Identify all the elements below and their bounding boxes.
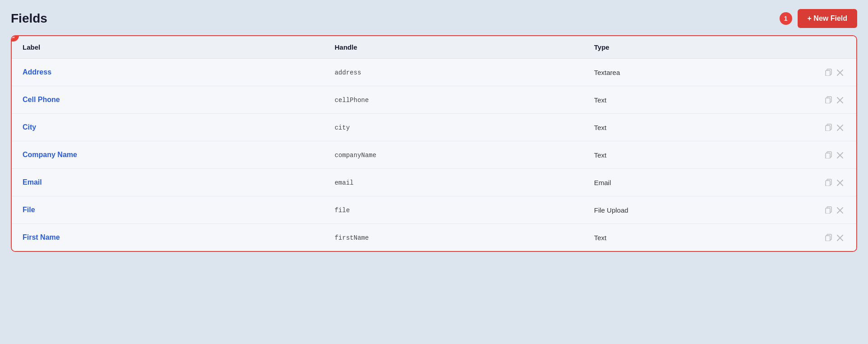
table-row: EmailemailEmail — [12, 169, 856, 196]
field-actions-cell — [812, 169, 856, 196]
copy-field-button[interactable] — [823, 149, 835, 160]
table-row: First NamefirstNameText — [12, 224, 856, 251]
field-actions-cell — [812, 114, 856, 141]
field-handle-cell: firstName — [324, 224, 583, 251]
table-row: FilefileFile Upload — [12, 196, 856, 224]
field-type: Text — [594, 124, 607, 131]
col-header-label: Label — [12, 36, 324, 59]
field-handle-cell: address — [324, 59, 583, 86]
table-row: CitycityText — [12, 114, 856, 141]
field-type-cell: Text — [583, 86, 812, 114]
notification-badge: 1 — [780, 12, 792, 25]
svg-rect-9 — [826, 126, 830, 131]
field-handle: cellPhone — [335, 97, 369, 104]
close-icon — [837, 207, 843, 214]
field-handle: email — [335, 179, 354, 186]
copy-field-button[interactable] — [823, 177, 835, 188]
page-title: Fields — [11, 11, 47, 26]
field-handle: city — [335, 124, 350, 131]
field-type-cell: Text — [583, 114, 812, 141]
new-field-button[interactable]: + New Field — [798, 9, 857, 28]
copy-icon — [825, 151, 832, 158]
field-label-cell[interactable]: City — [12, 114, 324, 141]
copy-field-button[interactable] — [823, 122, 835, 133]
field-actions-cell — [812, 59, 856, 86]
copy-field-button[interactable] — [823, 205, 835, 215]
field-handle-cell: email — [324, 169, 583, 196]
field-label-cell[interactable]: Cell Phone — [12, 86, 324, 114]
field-handle-cell: cellPhone — [324, 86, 583, 114]
field-label[interactable]: Email — [23, 178, 42, 186]
field-type: File Upload — [594, 206, 628, 214]
field-type: Textarea — [594, 69, 620, 76]
field-actions-cell — [812, 141, 856, 169]
field-type: Text — [594, 96, 607, 104]
field-type-cell: Text — [583, 224, 812, 251]
svg-rect-5 — [826, 98, 830, 103]
col-header-handle: Handle — [324, 36, 583, 59]
field-handle: file — [335, 207, 350, 214]
delete-field-button[interactable] — [835, 233, 845, 243]
field-label[interactable]: Cell Phone — [23, 96, 60, 103]
field-type-cell: File Upload — [583, 196, 812, 224]
field-label-cell[interactable]: Company Name — [12, 141, 324, 169]
table-header-row: Label Handle Type — [12, 36, 856, 59]
field-type: Text — [594, 234, 607, 242]
field-label[interactable]: File — [23, 206, 35, 214]
copy-field-button[interactable] — [823, 94, 835, 105]
field-actions-cell — [812, 224, 856, 251]
delete-field-button[interactable] — [835, 68, 845, 78]
copy-field-button[interactable] — [823, 232, 835, 243]
copy-icon — [825, 206, 832, 214]
field-type-cell: Text — [583, 141, 812, 169]
field-handle-cell: companyName — [324, 141, 583, 169]
field-label-cell[interactable]: Address — [12, 59, 324, 86]
field-label[interactable]: City — [23, 123, 36, 131]
field-label-cell[interactable]: File — [12, 196, 324, 224]
field-type: Text — [594, 151, 607, 159]
header-right: 1 + New Field — [780, 9, 857, 28]
svg-rect-13 — [826, 153, 830, 158]
close-icon — [837, 97, 843, 103]
field-label[interactable]: Address — [23, 68, 51, 76]
close-icon — [837, 235, 843, 241]
field-label-cell[interactable]: First Name — [12, 224, 324, 251]
close-icon — [837, 180, 843, 186]
page-header: Fields 1 + New Field — [11, 9, 857, 28]
copy-icon — [825, 96, 832, 103]
field-type: Email — [594, 179, 611, 186]
delete-field-button[interactable] — [835, 123, 845, 133]
field-handle: address — [335, 69, 361, 76]
svg-rect-25 — [826, 236, 830, 241]
table-row: Company NamecompanyNameText — [12, 141, 856, 169]
field-label-cell[interactable]: Email — [12, 169, 324, 196]
table-row: Cell PhonecellPhoneText — [12, 86, 856, 114]
close-icon — [837, 70, 843, 76]
field-label[interactable]: First Name — [23, 233, 60, 241]
copy-icon — [825, 124, 832, 131]
copy-icon — [825, 69, 832, 76]
copy-icon — [825, 179, 832, 186]
copy-field-button[interactable] — [823, 67, 835, 78]
delete-field-button[interactable] — [835, 95, 845, 105]
field-type-cell: Textarea — [583, 59, 812, 86]
fields-table-container: 2 Label Handle Type AddressaddressTextar… — [11, 35, 857, 252]
copy-icon — [825, 234, 832, 241]
field-label[interactable]: Company Name — [23, 151, 77, 158]
field-handle-cell: file — [324, 196, 583, 224]
col-header-type: Type — [583, 36, 812, 59]
delete-field-button[interactable] — [835, 150, 845, 160]
svg-rect-21 — [826, 208, 830, 214]
field-handle: companyName — [335, 152, 376, 159]
close-icon — [837, 125, 843, 131]
field-actions-cell — [812, 86, 856, 114]
delete-field-button[interactable] — [835, 205, 845, 215]
delete-field-button[interactable] — [835, 178, 845, 188]
svg-rect-17 — [826, 181, 830, 186]
svg-rect-1 — [826, 70, 830, 76]
fields-table: Label Handle Type AddressaddressTextarea… — [12, 36, 856, 251]
field-type-cell: Email — [583, 169, 812, 196]
field-actions-cell — [812, 196, 856, 224]
field-handle: firstName — [335, 234, 369, 242]
table-row: AddressaddressTextarea — [12, 59, 856, 86]
